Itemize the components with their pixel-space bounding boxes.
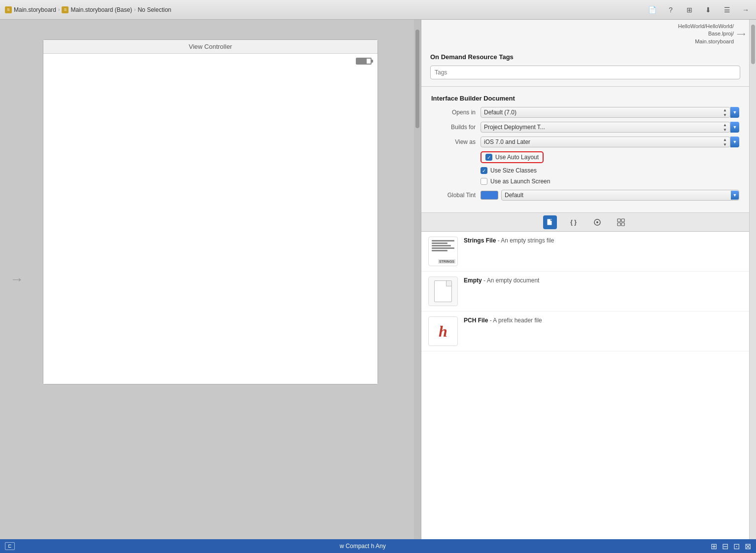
strings-file-item[interactable]: STRINGS Strings File - An empty strings … xyxy=(421,232,749,272)
builds-for-label: Builds for xyxy=(431,124,476,131)
breadcrumb-item-3[interactable]: No Selection xyxy=(137,6,171,13)
library-panel: { } xyxy=(421,213,749,539)
svg-rect-6 xyxy=(621,223,624,226)
empty-file-name: Empty xyxy=(464,277,482,284)
pch-file-name: PCH File xyxy=(464,317,488,324)
canvas-scrollbar[interactable] xyxy=(414,20,421,539)
launch-screen-checkbox[interactable] xyxy=(481,178,487,185)
strings-file-name: Strings File xyxy=(464,237,496,244)
canvas-area[interactable]: → View Controller xyxy=(0,20,421,539)
use-size-classes-row: Use Size Classes xyxy=(431,167,739,174)
right-toolbar: 📄 ? ⊞ ⬇ ☰ → xyxy=(647,4,751,15)
pch-file-item[interactable]: h PCH File - A prefix header file xyxy=(421,311,749,351)
view-as-wrapper: iOS 7.0 and Later ▲ ▼ ▼ xyxy=(481,137,739,147)
view-as-row: View as iOS 7.0 and Later ▲ ▼ ▼ xyxy=(431,137,739,147)
file-path: HelloWorld/HelloWorld/Base.lproj/Main.st… xyxy=(421,20,749,48)
opens-in-wrapper: Default (7.0) ▲ ▼ ▼ xyxy=(481,107,739,118)
inspector-icon[interactable]: ⊞ xyxy=(684,4,695,15)
opens-in-select[interactable]: Default (7.0) ▲ ▼ xyxy=(481,107,730,118)
right-scrollbar-thumb xyxy=(751,25,755,64)
lib-tab-code[interactable]: { } xyxy=(567,215,581,229)
pch-file-text: PCH File - A prefix header file xyxy=(464,316,742,324)
opens-in-arrow-btn[interactable]: ▼ xyxy=(730,107,739,118)
tint-default-select[interactable]: Default ▼ xyxy=(501,190,739,201)
breadcrumb-item-2[interactable]: S Main.storyboard (Base) xyxy=(62,6,132,13)
empty-icon xyxy=(428,276,458,306)
builds-for-arrow-btn[interactable]: ▼ xyxy=(730,122,739,133)
size-classes-checkbox[interactable] xyxy=(481,167,487,174)
size-classes-label: Use Size Classes xyxy=(490,167,537,174)
right-panel-inner: HelloWorld/HelloWorld/Base.lproj/Main.st… xyxy=(421,20,756,539)
lib-tab-grid[interactable] xyxy=(614,215,628,229)
breadcrumb-sep-1: › xyxy=(58,7,60,12)
status-size-icon[interactable]: ⊠ xyxy=(745,542,751,551)
use-auto-layout-row: Use Auto Layout xyxy=(431,151,739,163)
filepath-arrow[interactable]: ⟶ xyxy=(737,31,745,37)
right-panel-content: HelloWorld/HelloWorld/Base.lproj/Main.st… xyxy=(421,20,749,539)
breadcrumb-label-2: Main.storyboard (Base) xyxy=(70,6,132,13)
auto-layout-highlight: Use Auto Layout xyxy=(481,151,544,163)
builds-for-row: Builds for Project Deployment T... ▲ ▼ ▼ xyxy=(431,122,739,133)
launch-screen-label: Use as Launch Screen xyxy=(490,178,550,185)
objects-icon[interactable]: ☰ xyxy=(722,4,732,15)
global-tint-row: Global Tint Default ▼ xyxy=(431,190,739,201)
view-as-label: View as xyxy=(431,138,476,145)
status-bar: ⊏ w Compact h Any ⊞ ⊟ ⊡ ⊠ xyxy=(0,539,756,553)
ib-section-title: Interface Builder Document xyxy=(431,95,739,102)
auto-layout-checkbox-container[interactable]: Use Auto Layout xyxy=(485,154,539,161)
tags-input[interactable] xyxy=(430,66,740,79)
use-launch-screen-row: Use as Launch Screen xyxy=(431,178,739,185)
top-bar: S Main.storyboard › S Main.storyboard (B… xyxy=(0,0,756,20)
breadcrumb-label-3: No Selection xyxy=(137,6,171,13)
sidebar-toggle[interactable]: ⊏ xyxy=(5,542,15,550)
vc-content xyxy=(43,54,378,384)
status-grid-icon[interactable]: ⊞ xyxy=(711,542,717,551)
status-resize-icon[interactable]: ⊡ xyxy=(733,542,740,551)
file-icon[interactable]: 📄 xyxy=(647,4,657,15)
size-classes-checkbox-container[interactable]: Use Size Classes xyxy=(481,167,537,174)
pch-icon: h xyxy=(428,316,458,346)
svg-rect-4 xyxy=(621,219,624,222)
auto-layout-label: Use Auto Layout xyxy=(495,154,539,161)
svg-rect-5 xyxy=(618,223,620,226)
tint-arrow-btn[interactable]: ▼ xyxy=(731,191,739,200)
pch-file-desc: - A prefix header file xyxy=(488,317,542,324)
storyboard-icon-2: S xyxy=(62,6,69,13)
battery-icon xyxy=(356,58,372,65)
strings-file-desc: - An empty strings file xyxy=(496,237,554,244)
view-as-select[interactable]: iOS 7.0 and Later ▲ ▼ xyxy=(481,137,730,147)
svg-point-2 xyxy=(596,221,598,223)
breadcrumb: S Main.storyboard › S Main.storyboard (B… xyxy=(5,6,172,13)
layout-label: w Compact h Any xyxy=(340,543,385,550)
vc-title-label: View Controller xyxy=(189,43,232,50)
launch-screen-checkbox-container[interactable]: Use as Launch Screen xyxy=(481,178,550,185)
ib-section: Interface Builder Document Opens in Defa… xyxy=(421,87,749,213)
demand-section: On Demand Resource Tags xyxy=(421,48,749,87)
status-align-icon[interactable]: ⊟ xyxy=(722,542,728,551)
status-bar-right: ⊞ ⊟ ⊡ ⊠ xyxy=(711,542,751,551)
storyboard-icon-1: S xyxy=(5,6,12,13)
global-tint-label: Global Tint xyxy=(431,192,476,199)
right-panel-scrollbar[interactable] xyxy=(749,20,756,539)
filepath-text: HelloWorld/HelloWorld/Base.lproj/Main.st… xyxy=(678,23,734,45)
builds-for-wrapper: Project Deployment T... ▲ ▼ ▼ xyxy=(481,122,739,133)
vc-title-bar: View Controller xyxy=(43,40,378,54)
strings-icon: STRINGS xyxy=(428,237,458,266)
right-panel: HelloWorld/HelloWorld/Base.lproj/Main.st… xyxy=(421,20,756,539)
auto-layout-checkbox[interactable] xyxy=(485,154,492,161)
strings-file-text: Strings File - An empty strings file xyxy=(464,237,742,244)
library-icon[interactable]: ⬇ xyxy=(703,4,714,15)
breadcrumb-label-1: Main.storyboard xyxy=(14,6,56,13)
view-as-arrow-btn[interactable]: ▼ xyxy=(730,137,739,147)
canvas-scrollbar-thumb xyxy=(415,30,419,128)
tint-swatch[interactable] xyxy=(481,191,498,200)
empty-file-item[interactable]: Empty - An empty document xyxy=(421,272,749,311)
help-icon[interactable]: ? xyxy=(665,4,676,15)
lib-tab-file[interactable] xyxy=(543,215,557,229)
forward-icon[interactable]: → xyxy=(740,4,751,15)
lib-tab-circle[interactable] xyxy=(590,215,604,229)
builds-for-select[interactable]: Project Deployment T... ▲ ▼ xyxy=(481,122,730,133)
pch-letter: h xyxy=(439,322,447,341)
breadcrumb-item-1[interactable]: S Main.storyboard xyxy=(5,6,56,13)
library-tabs: { } xyxy=(421,213,749,232)
